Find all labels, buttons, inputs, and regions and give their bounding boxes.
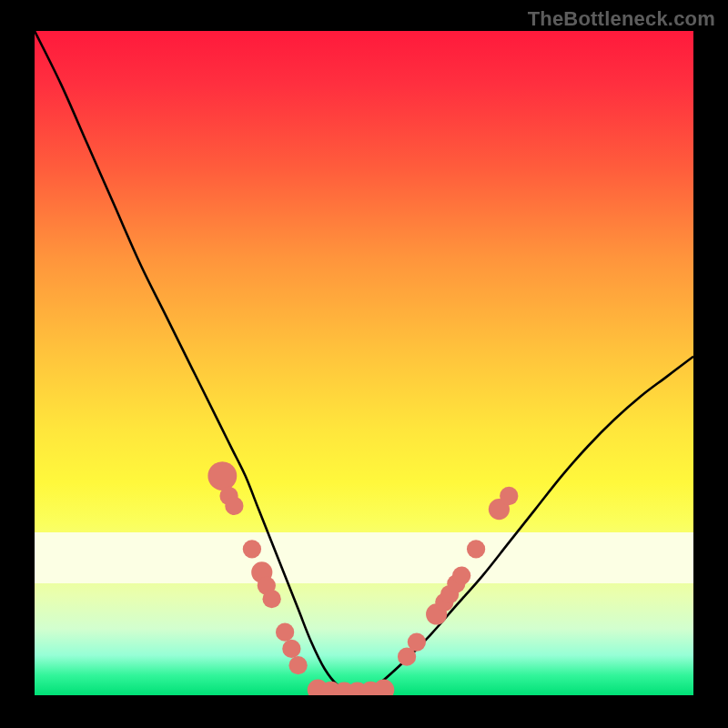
- data-marker: [452, 566, 470, 584]
- data-marker: [263, 590, 281, 608]
- data-marker: [243, 540, 261, 558]
- data-marker: [288, 656, 307, 674]
- data-marker: [373, 680, 394, 695]
- data-marker: [282, 640, 300, 658]
- data-marker: [225, 497, 243, 515]
- data-marker: [276, 623, 294, 642]
- watermark-text: TheBottleneck.com: [528, 7, 715, 31]
- data-marker: [500, 487, 518, 505]
- data-marker: [408, 632, 426, 651]
- data-marker: [467, 540, 485, 558]
- bottleneck-curve: [35, 31, 693, 693]
- chart-frame: TheBottleneck.com: [0, 0, 728, 728]
- data-marker: [207, 461, 237, 490]
- plot-area: [35, 31, 693, 695]
- curve-layer: [35, 31, 693, 695]
